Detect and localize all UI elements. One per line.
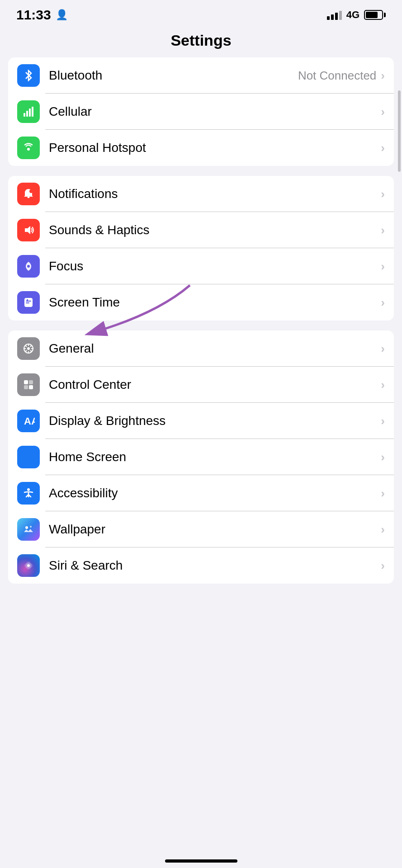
home-indicator	[165, 859, 237, 863]
bluetooth-icon	[17, 64, 40, 87]
sounds-label: Sounds & Haptics	[49, 223, 381, 237]
page-title-bar: Settings	[0, 27, 402, 57]
svg-point-8	[27, 265, 30, 268]
settings-row-control-center[interactable]: Control Center ›	[8, 367, 394, 403]
page-title: Settings	[0, 32, 402, 49]
accessibility-chevron: ›	[381, 486, 385, 500]
display-icon: AA	[17, 410, 40, 432]
display-chevron: ›	[381, 414, 385, 428]
sounds-chevron: ›	[381, 223, 385, 237]
homescreen-label: Home Screen	[49, 450, 381, 464]
hotspot-icon	[17, 137, 40, 159]
status-time: 11:33 👤	[16, 7, 68, 23]
settings-group-general: General › Control Center › AA Display & …	[8, 330, 394, 584]
homescreen-icon	[17, 446, 40, 468]
svg-point-6	[29, 189, 33, 193]
control-center-label: Control Center	[49, 377, 381, 392]
settings-row-siri[interactable]: Siri & Search ›	[8, 547, 394, 584]
svg-point-26	[27, 564, 30, 567]
status-right: 4G	[327, 9, 386, 21]
hotspot-chevron: ›	[381, 141, 385, 155]
svg-rect-19	[29, 385, 33, 389]
battery-tip	[384, 13, 386, 17]
notifications-chevron: ›	[381, 187, 385, 201]
signal-bar-3	[335, 13, 338, 20]
accessibility-icon	[17, 482, 40, 505]
wallpaper-icon	[17, 518, 40, 541]
cellular-label: Cellular	[49, 104, 381, 119]
svg-rect-3	[32, 107, 33, 117]
settings-row-notifications[interactable]: Notifications ›	[8, 176, 394, 212]
svg-text:AA: AA	[24, 415, 35, 427]
network-label: 4G	[346, 9, 359, 21]
svg-point-22	[25, 526, 28, 529]
signal-bar-2	[331, 14, 334, 20]
settings-row-wallpaper[interactable]: Wallpaper ›	[8, 511, 394, 547]
control-center-chevron: ›	[381, 378, 385, 392]
display-label: Display & Brightness	[49, 414, 381, 428]
siri-label: Siri & Search	[49, 558, 381, 573]
svg-rect-0	[24, 113, 25, 117]
settings-row-homescreen[interactable]: Home Screen ›	[8, 439, 394, 475]
time-label: 11:33	[16, 7, 51, 23]
bluetooth-value: Not Connected	[298, 69, 376, 83]
settings-row-sounds[interactable]: Sounds & Haptics ›	[8, 212, 394, 248]
settings-row-cellular[interactable]: Cellular ›	[8, 94, 394, 130]
siri-chevron: ›	[381, 559, 385, 573]
settings-row-accessibility[interactable]: Accessibility ›	[8, 475, 394, 511]
hotspot-label: Personal Hotspot	[49, 141, 381, 155]
cellular-icon	[17, 100, 40, 123]
signal-bar-1	[327, 16, 330, 20]
svg-rect-2	[29, 108, 31, 117]
arrow-svg	[0, 276, 226, 349]
svg-point-21	[27, 488, 30, 491]
homescreen-chevron: ›	[381, 450, 385, 464]
focus-chevron: ›	[381, 259, 385, 274]
notifications-label: Notifications	[49, 187, 381, 201]
wallpaper-chevron: ›	[381, 523, 385, 537]
bluetooth-chevron: ›	[381, 69, 385, 83]
sounds-icon	[17, 219, 40, 241]
settings-group-connectivity: Bluetooth Not Connected › Cellular › Per…	[8, 57, 394, 166]
accessibility-label: Accessibility	[49, 486, 381, 500]
signal-bar-4	[339, 11, 342, 20]
battery	[364, 10, 386, 20]
settings-row-hotspot[interactable]: Personal Hotspot ›	[8, 130, 394, 166]
focus-label: Focus	[49, 259, 381, 274]
svg-rect-18	[24, 385, 28, 389]
svg-rect-1	[26, 111, 28, 117]
bluetooth-label: Bluetooth	[49, 68, 298, 83]
status-bar: 11:33 👤 4G	[0, 0, 402, 27]
focus-icon	[17, 255, 40, 278]
wallpaper-label: Wallpaper	[49, 522, 381, 537]
settings-row-display[interactable]: AA Display & Brightness ›	[8, 403, 394, 439]
svg-rect-17	[29, 380, 33, 384]
general-chevron: ›	[381, 342, 385, 356]
svg-point-4	[27, 148, 30, 151]
cellular-chevron: ›	[381, 105, 385, 119]
siri-icon	[17, 554, 40, 577]
person-icon: 👤	[56, 9, 68, 21]
control-center-icon	[17, 373, 40, 396]
notifications-icon	[17, 183, 40, 205]
battery-fill	[366, 12, 378, 18]
signal-bars	[327, 10, 342, 20]
svg-rect-5	[28, 197, 30, 198]
battery-body	[364, 10, 383, 20]
svg-rect-16	[24, 380, 28, 384]
settings-row-bluetooth[interactable]: Bluetooth Not Connected ›	[8, 57, 394, 94]
svg-marker-7	[25, 226, 30, 234]
screentime-chevron: ›	[381, 296, 385, 310]
scrollbar[interactable]	[398, 90, 401, 172]
svg-point-23	[30, 526, 32, 528]
